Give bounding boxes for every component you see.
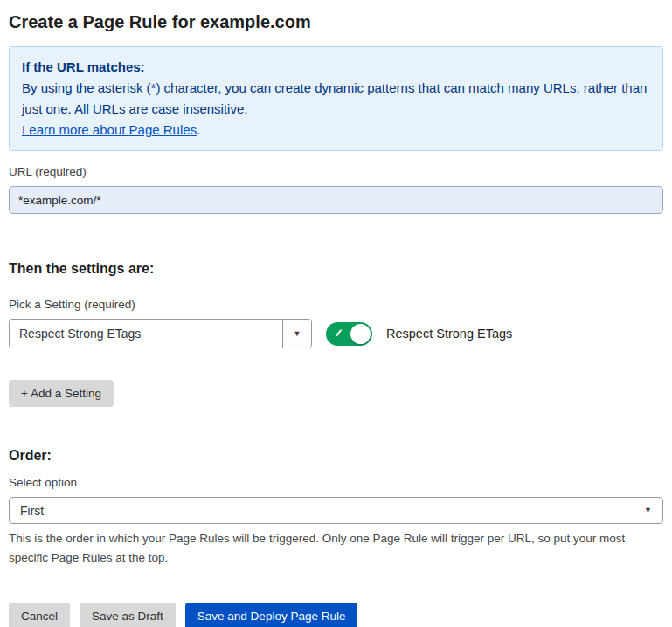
order-section-heading: Order:	[9, 448, 663, 464]
url-field-label: URL (required)	[9, 165, 663, 178]
setting-select-value: Respect Strong ETags	[10, 320, 282, 348]
check-icon: ✓	[334, 327, 343, 341]
order-help-text: This is the order in which your Page Rul…	[9, 529, 663, 567]
url-match-info-box: If the URL matches: By using the asteris…	[9, 46, 663, 151]
info-box-body: By using the asterisk (*) character, you…	[22, 78, 650, 120]
setting-row: Respect Strong ETags ▼ ✓ Respect Strong …	[9, 319, 663, 348]
link-suffix: .	[197, 122, 200, 137]
save-and-deploy-button[interactable]: Save and Deploy Page Rule	[185, 603, 358, 627]
add-setting-button[interactable]: + Add a Setting	[9, 380, 114, 407]
form-footer: Cancel Save as Draft Save and Deploy Pag…	[9, 603, 663, 627]
page-title: Create a Page Rule for example.com	[9, 9, 663, 46]
order-select-value: First	[20, 504, 44, 518]
etags-toggle[interactable]: ✓	[326, 322, 372, 346]
chevron-down-icon: ▼	[644, 506, 652, 514]
url-input[interactable]	[9, 186, 663, 214]
chevron-down-icon: ▼	[294, 330, 301, 338]
etags-toggle-label: Respect Strong ETags	[386, 327, 512, 341]
order-select-label: Select option	[9, 476, 663, 489]
section-divider	[9, 238, 663, 238]
info-box-heading: If the URL matches:	[22, 57, 650, 78]
order-select[interactable]: First ▼	[9, 497, 663, 524]
setting-picker-label: Pick a Setting (required)	[9, 298, 663, 311]
page-rule-form: Create a Page Rule for example.com If th…	[0, 0, 672, 627]
toggle-knob	[350, 324, 371, 344]
cancel-button[interactable]: Cancel	[9, 603, 70, 627]
info-box-link-line: Learn more about Page Rules.	[22, 120, 650, 141]
setting-select-arrow-button[interactable]: ▼	[282, 320, 311, 348]
setting-select[interactable]: Respect Strong ETags ▼	[9, 319, 312, 348]
save-as-draft-button[interactable]: Save as Draft	[80, 603, 176, 627]
settings-section-heading: Then the settings are:	[9, 261, 663, 277]
learn-more-link[interactable]: Learn more about Page Rules	[22, 122, 197, 137]
